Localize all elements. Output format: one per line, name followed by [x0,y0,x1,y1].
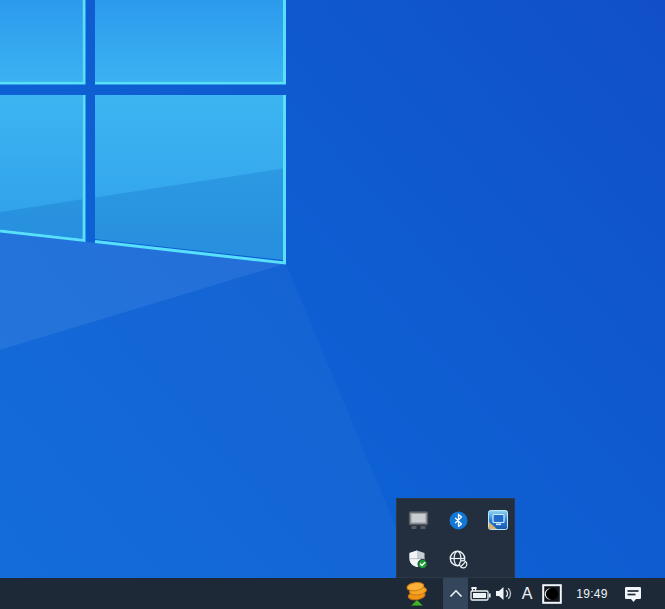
bluetooth-icon [449,511,468,530]
tray-bluetooth-button[interactable] [438,501,478,539]
ime-mode-button[interactable] [539,578,565,609]
windows-logo-wallpaper [0,0,665,609]
show-hidden-icons-button[interactable] [443,578,468,609]
action-center-button[interactable] [617,578,649,609]
desktop: A 19:49 [0,0,665,609]
taskbar: A 19:49 [0,578,665,609]
orange-coins-app-icon [404,580,430,608]
tray-overflow-flyout [396,498,515,578]
battery-status-button[interactable] [467,578,493,609]
globe-no-internet-icon [448,549,469,570]
battery-charging-icon [468,585,492,603]
display-tray-icon [408,511,429,530]
speaker-icon [494,585,514,602]
taskbar-clock[interactable]: 19:49 [570,578,614,609]
vm-app-tray-icon [488,510,508,530]
taskbar-app-button[interactable] [402,578,432,609]
tray-display-button[interactable] [398,501,438,539]
tray-network-button[interactable] [438,540,478,578]
tray-security-button[interactable] [398,540,438,578]
language-indicator[interactable]: A [516,578,538,609]
volume-button[interactable] [492,578,516,609]
chevron-up-icon [449,589,463,598]
windows-security-shield-icon [408,549,429,570]
action-center-icon [622,584,644,604]
tray-vm-app-button[interactable] [478,501,518,539]
ime-mode-icon [542,584,562,604]
